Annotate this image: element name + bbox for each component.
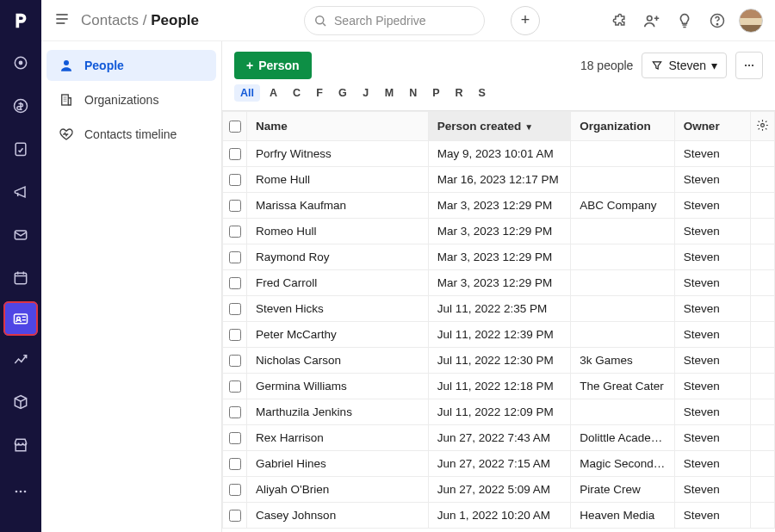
cell-name: Porfry Witness [247, 141, 429, 167]
invite-user-icon[interactable] [641, 9, 663, 32]
record-count: 18 people [580, 59, 634, 72]
alpha-letter-A[interactable]: A [264, 84, 283, 102]
cell-created: Jun 27, 2022 5:09 AM [428, 477, 571, 503]
table-row[interactable]: Marthuzila JenkinsJul 11, 2022 12:09 PMS… [223, 399, 775, 425]
alpha-letter-N[interactable]: N [403, 84, 423, 102]
row-checkbox[interactable] [229, 148, 241, 160]
row-checkbox[interactable] [229, 380, 241, 393]
col-created[interactable]: Person created▼ [428, 112, 571, 141]
nav-leads[interactable] [0, 41, 41, 84]
nav-contacts[interactable] [3, 301, 38, 336]
cell-org [571, 270, 674, 296]
nav-activities[interactable] [0, 257, 41, 300]
alpha-letter-C[interactable]: C [287, 84, 307, 102]
alpha-letter-R[interactable]: R [450, 84, 469, 102]
table-row[interactable]: Casey JohnsonJun 1, 2022 10:20 AMHeaven … [223, 503, 775, 529]
table-row[interactable]: Marissa KaufmanMar 3, 2023 12:29 PMABC C… [223, 193, 775, 219]
table-row[interactable]: Aliyah O'BrienJun 27, 2022 5:09 AMPirate… [223, 477, 775, 503]
table-row[interactable]: Germina WilliamsJul 11, 2022 12:18 PMThe… [223, 374, 775, 399]
more-actions-button[interactable] [735, 52, 763, 79]
nav-deals[interactable] [0, 84, 41, 127]
owner-filter-button[interactable]: Steven ▾ [642, 53, 727, 78]
hint-icon[interactable] [673, 9, 696, 32]
table-row[interactable]: Porfry WitnessMay 9, 2023 10:01 AMSteven [223, 141, 775, 167]
col-name[interactable]: Name [247, 112, 429, 141]
row-checkbox[interactable] [229, 174, 241, 186]
nav-marketplace[interactable] [0, 424, 41, 467]
breadcrumb-root[interactable]: Contacts [81, 12, 139, 28]
gear-icon [756, 119, 769, 132]
cell-created: Mar 3, 2023 12:29 PM [428, 244, 571, 270]
help-icon[interactable] [706, 9, 728, 32]
col-settings[interactable] [750, 112, 774, 141]
table-row[interactable]: Fred CarrollMar 3, 2023 12:29 PMSteven [223, 270, 775, 296]
alpha-letter-S[interactable]: S [473, 84, 492, 102]
menu-toggle-icon[interactable] [53, 10, 71, 30]
col-owner[interactable]: Owner [674, 112, 750, 141]
cell-org: Heaven Media [571, 503, 674, 529]
alpha-letter-P[interactable]: P [426, 84, 445, 102]
table-row[interactable]: Peter McCarthyJul 11, 2022 12:39 PMSteve… [223, 322, 775, 348]
nav-mail[interactable] [0, 213, 41, 257]
cell-org [571, 167, 674, 193]
people-table-wrap[interactable]: Name Person created▼ Organization Owner … [222, 110, 775, 532]
row-checkbox[interactable] [229, 510, 241, 522]
alpha-letter-G[interactable]: G [332, 84, 353, 102]
nav-insights[interactable] [0, 337, 41, 380]
cell-created: Mar 3, 2023 12:29 PM [428, 193, 571, 219]
col-org[interactable]: Organization [571, 112, 674, 141]
sort-desc-icon: ▼ [524, 122, 533, 132]
table-row[interactable]: Romeo HullMar 3, 2023 12:29 PMSteven [223, 219, 775, 244]
row-checkbox[interactable] [229, 484, 241, 496]
row-checkbox[interactable] [229, 303, 241, 315]
row-checkbox[interactable] [229, 226, 241, 238]
pipedrive-logo[interactable] [0, 0, 41, 41]
quick-add-button[interactable]: + [511, 6, 540, 35]
svg-point-17 [745, 65, 747, 66]
cell-org: Pirate Crew [571, 477, 674, 503]
cell-pad [750, 425, 774, 451]
sidebar-item-label: People [84, 59, 124, 72]
row-checkbox[interactable] [229, 200, 241, 212]
puzzle-icon[interactable] [608, 9, 630, 32]
table-row[interactable]: Raymond RoyMar 3, 2023 12:29 PMSteven [223, 244, 775, 270]
sidebar-item-people[interactable]: People [46, 50, 216, 81]
alpha-letter-J[interactable]: J [356, 84, 375, 102]
search-wrap [304, 6, 485, 35]
cell-pad [750, 167, 774, 193]
table-row[interactable]: Rex HarrisonJun 27, 2022 7:43 AMDolittle… [223, 425, 775, 451]
row-checkbox[interactable] [229, 329, 241, 341]
svg-rect-16 [62, 95, 69, 105]
sidebar-item-organizations[interactable]: Organizations [46, 84, 216, 115]
select-all-checkbox[interactable] [229, 121, 241, 133]
avatar[interactable] [739, 9, 763, 33]
alpha-all[interactable]: All [234, 84, 260, 102]
nav-more[interactable] [0, 470, 41, 513]
cell-name: Peter McCarthy [247, 322, 429, 348]
alpha-letter-F[interactable]: F [310, 84, 329, 102]
row-checkbox[interactable] [229, 406, 241, 418]
cell-owner: Steven [674, 141, 750, 167]
table-row[interactable]: Nicholas CarsonJul 11, 2022 12:30 PM3k G… [223, 348, 775, 374]
table-row[interactable]: Steven HicksJul 11, 2022 2:35 PMSteven [223, 296, 775, 322]
row-checkbox[interactable] [229, 277, 241, 289]
nav-campaigns[interactable] [0, 170, 41, 213]
table-row[interactable]: Gabriel HinesJun 27, 2022 7:15 AMMagic S… [223, 451, 775, 477]
row-checkbox[interactable] [229, 251, 241, 263]
search-input[interactable] [304, 6, 485, 35]
svg-rect-3 [16, 143, 26, 155]
cell-created: Jul 11, 2022 2:35 PM [428, 296, 571, 322]
add-person-button[interactable]: + Person [234, 52, 312, 79]
nav-products[interactable] [0, 380, 41, 424]
cell-pad [750, 322, 774, 348]
table-row[interactable]: Rome HullMar 16, 2023 12:17 PMSteven [223, 167, 775, 193]
alpha-letter-M[interactable]: M [379, 84, 400, 102]
sidebar-item-timeline[interactable]: Contacts timeline [46, 119, 216, 150]
row-checkbox[interactable] [229, 432, 241, 444]
cell-owner: Steven [674, 296, 750, 322]
svg-rect-5 [15, 273, 26, 284]
cell-name: Raymond Roy [247, 244, 429, 270]
row-checkbox[interactable] [229, 458, 241, 470]
nav-projects[interactable] [0, 127, 41, 170]
row-checkbox[interactable] [229, 355, 241, 367]
